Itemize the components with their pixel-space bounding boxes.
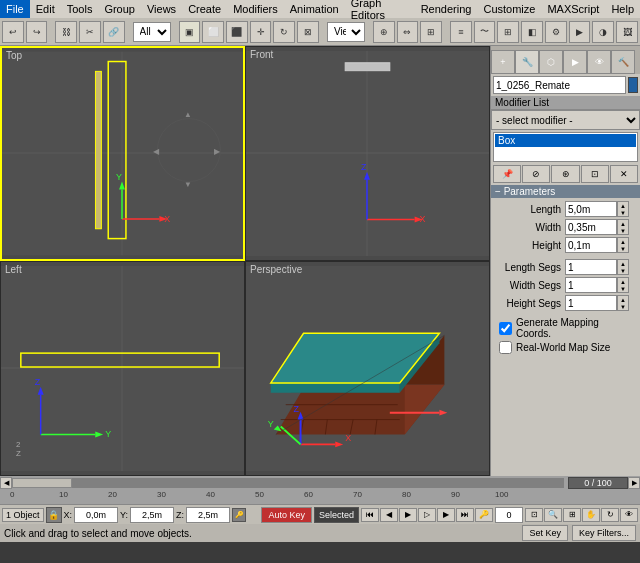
stack-item-box[interactable]: Box bbox=[495, 134, 636, 147]
mirror-button[interactable]: ⇔ bbox=[397, 21, 419, 43]
length-segs-spin-down[interactable]: ▼ bbox=[618, 267, 628, 274]
selection-filter-dropdown[interactable]: All bbox=[133, 22, 171, 42]
select-button[interactable]: ▣ bbox=[179, 21, 201, 43]
render-setup-button[interactable]: ⚙ bbox=[545, 21, 567, 43]
length-segs-spinner[interactable]: ▲ ▼ bbox=[617, 259, 629, 275]
width-segs-spin-up[interactable]: ▲ bbox=[618, 278, 628, 285]
height-segs-spin-down[interactable]: ▼ bbox=[618, 303, 628, 310]
menu-views[interactable]: Views bbox=[141, 0, 182, 18]
length-input[interactable] bbox=[565, 201, 617, 217]
select-region-button[interactable]: ⬜ bbox=[202, 21, 224, 43]
y-coord-input[interactable] bbox=[130, 507, 174, 523]
menu-edit[interactable]: Edit bbox=[30, 0, 61, 18]
material-editor-button[interactable]: ◧ bbox=[521, 21, 543, 43]
hscroll-left-arrow[interactable]: ◀ bbox=[0, 477, 12, 489]
select-scale-button[interactable]: ⊠ bbox=[297, 21, 319, 43]
menu-create[interactable]: Create bbox=[182, 0, 227, 18]
hscroll-track[interactable] bbox=[12, 478, 564, 488]
viewport-perspective[interactable]: Perspective bbox=[245, 261, 490, 476]
lock-button[interactable]: 🔒 bbox=[46, 507, 62, 523]
menu-animation[interactable]: Animation bbox=[284, 0, 345, 18]
maximize-button[interactable]: ⊡ bbox=[525, 508, 543, 522]
height-spin-down[interactable]: ▼ bbox=[618, 245, 628, 252]
hierarchy-tab[interactable]: ⬡ bbox=[539, 50, 563, 74]
undo-button[interactable]: ↩ bbox=[2, 21, 24, 43]
width-segs-input[interactable] bbox=[565, 277, 617, 293]
menu-rendering[interactable]: Rendering bbox=[415, 0, 478, 18]
active-inactive-button[interactable]: ⊘ bbox=[522, 165, 550, 183]
go-end-button[interactable]: ⏭ bbox=[456, 508, 474, 522]
menu-modifiers[interactable]: Modifiers bbox=[227, 0, 284, 18]
select-move-button[interactable]: ✛ bbox=[250, 21, 272, 43]
real-world-checkbox[interactable] bbox=[499, 341, 512, 354]
key-mode-button[interactable]: 🔑 bbox=[475, 508, 493, 522]
menu-customize[interactable]: Customize bbox=[477, 0, 541, 18]
reference-coord-dropdown[interactable]: View bbox=[327, 22, 365, 42]
viewport-top[interactable]: Top X Y bbox=[0, 46, 245, 261]
layer-manager-button[interactable]: ≡ bbox=[450, 21, 472, 43]
align-button[interactable]: ⊞ bbox=[420, 21, 442, 43]
height-segs-input[interactable] bbox=[565, 295, 617, 311]
object-name-input[interactable] bbox=[493, 76, 626, 94]
width-spinner[interactable]: ▲ ▼ bbox=[617, 219, 629, 235]
generate-mapping-checkbox[interactable] bbox=[499, 322, 512, 335]
curve-editor-button[interactable]: 〜 bbox=[474, 21, 496, 43]
height-segs-spin-up[interactable]: ▲ bbox=[618, 296, 628, 303]
unlink-button[interactable]: ✂ bbox=[79, 21, 101, 43]
frame-input[interactable] bbox=[495, 507, 523, 523]
go-start-button[interactable]: ⏮ bbox=[361, 508, 379, 522]
menu-tools[interactable]: Tools bbox=[61, 0, 99, 18]
menu-group[interactable]: Group bbox=[98, 0, 141, 18]
menu-help[interactable]: Help bbox=[605, 0, 640, 18]
length-segs-input[interactable] bbox=[565, 259, 617, 275]
length-spin-down[interactable]: ▼ bbox=[618, 209, 628, 216]
field-of-view-button[interactable]: 👁 bbox=[620, 508, 638, 522]
length-segs-spin-up[interactable]: ▲ bbox=[618, 260, 628, 267]
create-tab[interactable]: + bbox=[491, 50, 515, 74]
height-spin-up[interactable]: ▲ bbox=[618, 238, 628, 245]
width-spin-down[interactable]: ▼ bbox=[618, 227, 628, 234]
menu-file[interactable]: File bbox=[0, 0, 30, 18]
zoom-button[interactable]: 🔍 bbox=[544, 508, 562, 522]
height-segs-spinner[interactable]: ▲ ▼ bbox=[617, 295, 629, 311]
make-unique-button[interactable]: ⊡ bbox=[581, 165, 609, 183]
select-link-button[interactable]: ⛓ bbox=[55, 21, 77, 43]
pin-stack-button[interactable]: 📌 bbox=[493, 165, 521, 183]
zoom-all-button[interactable]: ⊞ bbox=[563, 508, 581, 522]
width-segs-spin-down[interactable]: ▼ bbox=[618, 285, 628, 292]
pan-button[interactable]: ✋ bbox=[582, 508, 600, 522]
hscroll-right-arrow[interactable]: ▶ bbox=[628, 477, 640, 489]
schematic-button[interactable]: ⊞ bbox=[497, 21, 519, 43]
use-pivot-button[interactable]: ⊕ bbox=[373, 21, 395, 43]
next-frame-button[interactable]: ▶ bbox=[437, 508, 455, 522]
utilities-tab[interactable]: 🔨 bbox=[611, 50, 635, 74]
render-frame-button[interactable]: 🖼 bbox=[616, 21, 638, 43]
play-button[interactable]: ▶ bbox=[399, 508, 417, 522]
orbit-button[interactable]: ↻ bbox=[601, 508, 619, 522]
length-spin-up[interactable]: ▲ bbox=[618, 202, 628, 209]
redo-button[interactable]: ↪ bbox=[26, 21, 48, 43]
window-crossing-button[interactable]: ⬛ bbox=[226, 21, 248, 43]
width-input[interactable] bbox=[565, 219, 617, 235]
modifier-dropdown[interactable]: - select modifier - bbox=[491, 110, 640, 130]
show-result-button[interactable]: ⊛ bbox=[551, 165, 579, 183]
play-selected-button[interactable]: ▷ bbox=[418, 508, 436, 522]
display-tab[interactable]: 👁 bbox=[587, 50, 611, 74]
height-input[interactable] bbox=[565, 237, 617, 253]
hscroll-thumb[interactable] bbox=[12, 478, 72, 488]
active-shade-button[interactable]: ◑ bbox=[592, 21, 614, 43]
width-spin-up[interactable]: ▲ bbox=[618, 220, 628, 227]
menu-graph-editors[interactable]: Graph Editors bbox=[345, 0, 415, 18]
set-key-button[interactable]: Set Key bbox=[522, 525, 568, 541]
parameters-rollout[interactable]: − Parameters bbox=[491, 185, 640, 198]
viewport-front[interactable]: Front X Z bbox=[245, 46, 490, 261]
width-segs-spinner[interactable]: ▲ ▼ bbox=[617, 277, 629, 293]
select-rotate-button[interactable]: ↻ bbox=[273, 21, 295, 43]
viewport-left[interactable]: Left Y Z Z 2 bbox=[0, 261, 245, 476]
remove-modifier-button[interactable]: ✕ bbox=[610, 165, 638, 183]
modify-tab active[interactable]: 🔧 bbox=[515, 50, 539, 74]
menu-maxscript[interactable]: MAXScript bbox=[541, 0, 605, 18]
object-color-swatch[interactable] bbox=[628, 77, 638, 93]
autokey-button[interactable]: Auto Key bbox=[261, 507, 312, 523]
prev-frame-button[interactable]: ◀ bbox=[380, 508, 398, 522]
